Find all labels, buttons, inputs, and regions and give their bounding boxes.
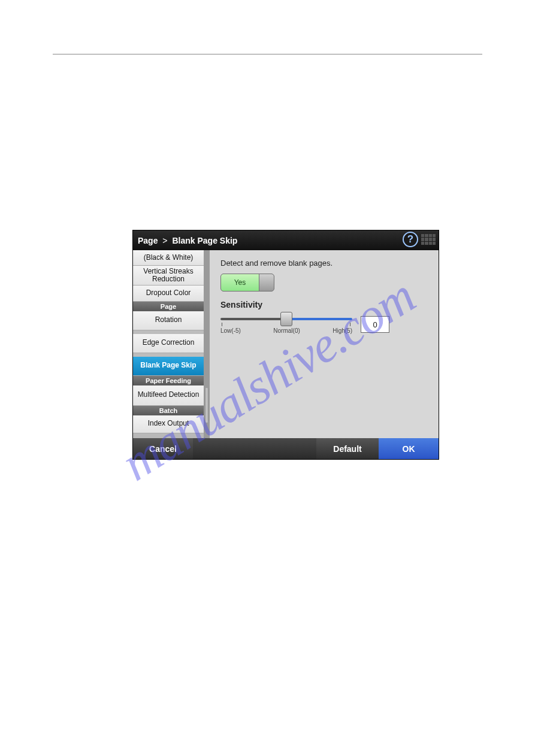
sidebar-item-blank-page-skip[interactable]: Blank Page Skip — [133, 357, 204, 376]
sidebar-item-rotation[interactable]: Rotation — [133, 311, 204, 330]
help-icon[interactable]: ? — [403, 232, 418, 247]
sidebar-scrollbar[interactable] — [204, 250, 210, 438]
slider-labels: Low(-5) Normal(0) High(5) — [220, 327, 352, 334]
breadcrumb-current: Blank Page Skip — [172, 236, 237, 245]
keyboard-icon[interactable] — [421, 233, 436, 245]
toggle-on-label: Yes — [221, 274, 259, 291]
content-pane: Detect and remove blank pages. Yes Sensi… — [210, 250, 439, 438]
sensitivity-label: Sensitivity — [220, 300, 429, 309]
setting-description: Detect and remove blank pages. — [220, 259, 429, 268]
page-divider — [53, 54, 482, 54]
default-button[interactable]: Default — [316, 438, 379, 459]
breadcrumb-separator: > — [160, 236, 170, 245]
sidebar-item-multifeed-detection[interactable]: Multifeed Detection — [133, 385, 204, 406]
sidebar-header-paper-feeding: Paper Feeding — [133, 376, 204, 385]
sidebar-item-dropout-color[interactable]: Dropout Color — [133, 286, 204, 301]
dialog-footer: Cancel Default OK — [133, 438, 439, 459]
sidebar-item-index-output[interactable]: Index Output — [133, 415, 204, 433]
breadcrumb-root: Page — [138, 236, 158, 245]
slider-thumb[interactable] — [280, 312, 292, 326]
sidebar-item-cleanup-bw[interactable]: (Black & White) — [133, 250, 204, 266]
sidebar-item-vertical-streaks[interactable]: Vertical Streaks Reduction — [133, 266, 204, 286]
settings-sidebar: (Black & White) Vertical Streaks Reducti… — [133, 250, 204, 438]
sensitivity-value[interactable]: 0 — [361, 316, 389, 333]
ok-button[interactable]: OK — [379, 438, 439, 459]
settings-dialog: Page > Blank Page Skip ? (Black & White)… — [132, 230, 439, 460]
footer-spacer — [193, 438, 316, 459]
cancel-button[interactable]: Cancel — [133, 438, 193, 459]
sensitivity-slider[interactable]: Low(-5) Normal(0) High(5) — [220, 314, 352, 335]
scrollbar-thumb[interactable] — [204, 388, 209, 423]
sidebar-item-edge-correction[interactable]: Edge Correction — [133, 334, 204, 353]
slider-label-high: High(5) — [333, 327, 352, 334]
breadcrumb: Page > Blank Page Skip — [138, 236, 237, 245]
title-bar: Page > Blank Page Skip ? — [133, 230, 439, 250]
slider-tick-high — [350, 323, 350, 326]
slider-tick-low — [222, 323, 222, 326]
blank-page-skip-toggle[interactable]: Yes — [220, 274, 274, 292]
toggle-knob — [259, 274, 274, 291]
sidebar-header-batch: Batch — [133, 406, 204, 415]
slider-label-normal: Normal(0) — [273, 327, 300, 334]
sidebar-header-page: Page — [133, 302, 204, 311]
slider-label-low: Low(-5) — [220, 327, 241, 334]
